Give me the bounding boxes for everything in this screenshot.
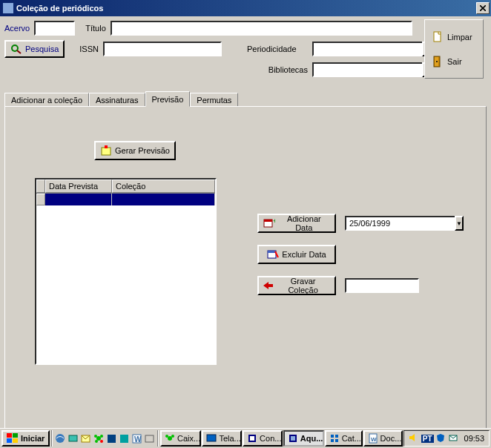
tab-assinaturas[interactable]: Assinaturas bbox=[89, 93, 145, 107]
calendar-add-icon: + bbox=[263, 218, 275, 228]
previsao-grid[interactable]: Data Prevista Coleção bbox=[35, 178, 217, 365]
date-input[interactable] bbox=[345, 216, 455, 231]
task-button[interactable]: Cat... bbox=[325, 430, 363, 447]
titlebar: Coleção de periódicos bbox=[0, 0, 491, 16]
svg-rect-16 bbox=[69, 435, 77, 441]
svg-rect-31 bbox=[207, 435, 216, 441]
date-dropdown[interactable]: ▼ bbox=[345, 216, 419, 231]
svg-point-21 bbox=[95, 440, 98, 443]
quicklaunch-desktop-icon[interactable] bbox=[67, 432, 79, 445]
svg-point-5 bbox=[436, 61, 438, 62]
grid-icon bbox=[329, 433, 340, 444]
svg-rect-7 bbox=[105, 145, 108, 148]
side-panel: Limpar Sair bbox=[424, 19, 484, 79]
start-button[interactable]: Iniciar bbox=[1, 430, 50, 447]
tab-adicionar[interactable]: Adicionar a coleção bbox=[4, 93, 89, 107]
svg-point-28 bbox=[168, 436, 172, 441]
tray-clock[interactable]: 09:53 bbox=[464, 434, 485, 443]
acervo-label: Acervo bbox=[4, 24, 30, 33]
svg-rect-6 bbox=[102, 148, 111, 155]
excluir-data-button[interactable]: Excluir Data bbox=[257, 245, 336, 264]
tray-shield-icon[interactable] bbox=[436, 433, 446, 444]
svg-marker-42 bbox=[409, 434, 415, 441]
tray-speaker-icon[interactable] bbox=[409, 433, 419, 444]
quicklaunch-word-icon[interactable]: W bbox=[131, 432, 143, 445]
task-button[interactable]: Caix... bbox=[160, 430, 201, 447]
page-icon bbox=[432, 31, 443, 43]
gerar-previsao-button[interactable]: Gerar Previsão bbox=[94, 141, 176, 160]
svg-point-15 bbox=[56, 434, 65, 443]
svg-point-19 bbox=[94, 435, 97, 438]
grid-cell[interactable] bbox=[112, 194, 215, 205]
svg-rect-23 bbox=[108, 435, 116, 443]
svg-text:W: W bbox=[134, 435, 142, 444]
titulo-input[interactable] bbox=[111, 21, 412, 36]
limpar-button[interactable]: Limpar bbox=[426, 31, 481, 43]
taskbar-divider bbox=[51, 430, 53, 447]
quicklaunch-icq-icon[interactable] bbox=[93, 432, 105, 445]
arrow-left-icon bbox=[263, 281, 273, 290]
bibliotecas-input[interactable] bbox=[312, 62, 422, 77]
svg-rect-35 bbox=[291, 436, 295, 441]
svg-text:+: + bbox=[273, 218, 275, 225]
bibliotecas-label: Bibliotecas bbox=[268, 65, 308, 74]
grid-cell[interactable] bbox=[45, 194, 112, 205]
app-icon bbox=[247, 433, 257, 444]
quicklaunch-ie-icon[interactable] bbox=[54, 432, 66, 445]
svg-rect-37 bbox=[335, 435, 338, 438]
windows-logo-icon bbox=[7, 433, 19, 444]
row-header bbox=[36, 194, 45, 205]
calendar-remove-icon bbox=[267, 249, 279, 260]
sair-button[interactable]: Sair bbox=[426, 56, 481, 67]
chevron-down-icon[interactable]: ▼ bbox=[455, 216, 464, 231]
svg-point-18 bbox=[96, 436, 101, 441]
adicionar-data-button[interactable]: + Adicionar Data bbox=[257, 214, 336, 233]
quicklaunch-app1-icon[interactable] bbox=[105, 432, 117, 445]
door-exit-icon bbox=[432, 56, 443, 67]
svg-point-30 bbox=[171, 435, 174, 438]
grid-row-selected[interactable] bbox=[36, 194, 215, 205]
monitor-icon bbox=[206, 433, 217, 444]
pesquisa-button[interactable]: Pesquisa bbox=[4, 40, 65, 58]
task-button[interactable]: WDoc... bbox=[363, 430, 403, 447]
tab-previsao[interactable]: Previsão bbox=[145, 91, 191, 107]
app-icon bbox=[288, 433, 298, 444]
flower-icon bbox=[165, 433, 175, 444]
window-title: Coleção de periódicos bbox=[16, 4, 103, 13]
close-button[interactable] bbox=[476, 2, 490, 14]
svg-rect-33 bbox=[250, 436, 254, 441]
svg-point-0 bbox=[12, 45, 18, 51]
tab-panel-previsao: Gerar Previsão Data Prevista Coleção bbox=[4, 106, 487, 432]
tab-permutas[interactable]: Permutas bbox=[190, 93, 238, 107]
tray-language[interactable]: PT bbox=[421, 435, 434, 443]
grid-col-colecao[interactable]: Coleção bbox=[112, 179, 215, 193]
periodicidade-input[interactable] bbox=[312, 42, 422, 56]
close-icon bbox=[480, 5, 486, 11]
tray-mail-icon[interactable] bbox=[449, 433, 459, 444]
svg-marker-14 bbox=[263, 282, 273, 289]
periodicidade-dropdown[interactable]: ▼ bbox=[312, 42, 412, 56]
task-button[interactable]: Tela... bbox=[202, 430, 242, 447]
task-button[interactable]: Con... bbox=[243, 430, 283, 447]
svg-text:W: W bbox=[371, 436, 377, 443]
colecao-input[interactable] bbox=[345, 278, 419, 293]
svg-rect-39 bbox=[335, 439, 338, 442]
grid-corner bbox=[36, 179, 45, 193]
task-button-active[interactable]: Aqu... bbox=[283, 430, 324, 447]
quicklaunch-app2-icon[interactable] bbox=[118, 432, 130, 445]
grid-col-data[interactable]: Data Prevista bbox=[45, 179, 112, 193]
titulo-label: Título bbox=[85, 24, 106, 33]
quicklaunch-app3-icon[interactable] bbox=[144, 432, 156, 445]
gravar-colecao-button[interactable]: Gravar Coleção bbox=[257, 276, 336, 295]
svg-point-20 bbox=[100, 435, 103, 438]
bibliotecas-dropdown[interactable]: ▼ bbox=[312, 62, 412, 77]
svg-rect-9 bbox=[264, 220, 272, 222]
svg-point-29 bbox=[165, 435, 168, 438]
tabs: Adicionar a coleção Assinaturas Previsão… bbox=[4, 90, 487, 106]
quicklaunch-outlook-icon[interactable] bbox=[80, 432, 92, 445]
system-tray: PT 09:53 bbox=[403, 430, 490, 447]
search-icon bbox=[10, 44, 22, 54]
acervo-input[interactable] bbox=[34, 21, 75, 36]
issn-input[interactable] bbox=[103, 42, 222, 56]
taskbar: Iniciar W Caix... Tela... Con... Aqu... … bbox=[0, 428, 491, 448]
